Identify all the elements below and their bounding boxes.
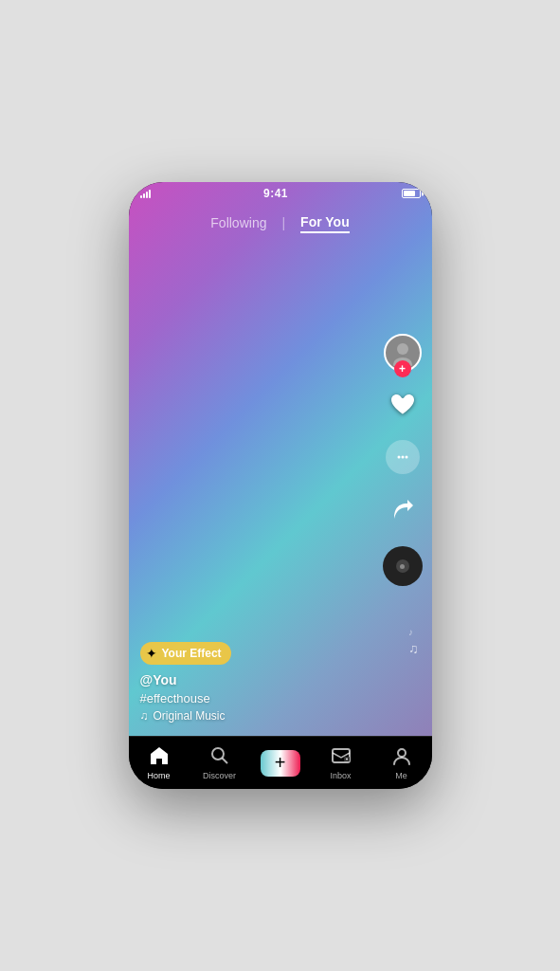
for-you-tab[interactable]: For You	[300, 212, 350, 233]
comment-icon	[386, 440, 420, 474]
signal-icon	[140, 189, 151, 198]
phone-frame: 9:41 Following | For You +	[129, 182, 432, 789]
comment-button[interactable]	[384, 440, 422, 478]
music-label: Original Music	[154, 709, 226, 723]
status-bar: 9:41	[129, 182, 432, 205]
following-tab[interactable]: Following	[210, 213, 266, 232]
create-button[interactable]	[261, 750, 300, 777]
me-label: Me	[395, 771, 407, 780]
follow-button[interactable]: +	[394, 360, 411, 377]
svg-point-5	[212, 748, 224, 760]
inbox-icon	[331, 745, 352, 769]
status-time: 9:41	[263, 187, 288, 200]
profile-icon	[391, 745, 412, 769]
like-button[interactable]	[384, 387, 422, 425]
bottom-info: ✦ Your Effect @You #effecthouse ♫ Origin…	[140, 642, 231, 723]
heart-icon	[386, 387, 420, 421]
discover-label: Discover	[203, 771, 236, 780]
hashtag[interactable]: #effecthouse	[140, 691, 231, 705]
status-left	[140, 189, 151, 198]
nav-inbox[interactable]: Inbox	[311, 745, 371, 780]
search-icon	[209, 745, 230, 769]
nav-divider: |	[281, 215, 285, 230]
effect-star-icon: ✦	[146, 646, 157, 661]
share-icon	[386, 493, 420, 527]
top-nav: Following | For You	[129, 205, 432, 241]
nav-discover[interactable]: Discover	[190, 745, 250, 780]
battery-icon	[402, 189, 421, 198]
svg-point-3	[401, 456, 404, 459]
avatar-container[interactable]: +	[384, 334, 422, 372]
svg-point-0	[397, 343, 408, 355]
effect-label: Your Effect	[162, 647, 222, 660]
right-actions: +	[383, 334, 423, 586]
svg-point-2	[397, 456, 400, 459]
music-note-icon: ♫	[140, 709, 149, 723]
status-right	[402, 189, 421, 198]
home-label: Home	[147, 771, 170, 780]
svg-point-4	[405, 456, 407, 459]
nav-home[interactable]: Home	[129, 745, 190, 780]
nav-create[interactable]	[250, 750, 311, 777]
username[interactable]: @You	[140, 672, 231, 687]
floating-notes: ♪ ♫	[408, 627, 419, 656]
svg-line-6	[222, 759, 227, 764]
effect-badge[interactable]: ✦ Your Effect	[140, 642, 231, 665]
battery-fill	[404, 191, 415, 196]
bottom-nav: Home Discover	[129, 736, 432, 789]
share-button[interactable]	[384, 493, 422, 531]
nav-me[interactable]: Me	[371, 745, 432, 780]
music-row[interactable]: ♫ Original Music	[140, 709, 231, 723]
svg-point-11	[398, 749, 406, 757]
music-disc[interactable]	[383, 546, 423, 586]
inbox-label: Inbox	[330, 771, 351, 780]
home-icon	[149, 745, 170, 769]
